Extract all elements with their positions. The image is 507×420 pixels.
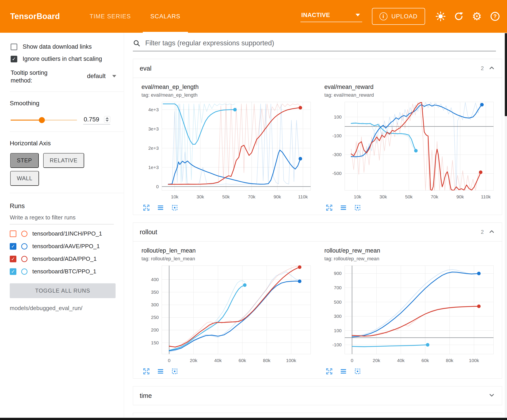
tooltip-sorting-row: Tooltip sorting method: default (11, 69, 116, 84)
run-checkbox[interactable] (10, 230, 16, 237)
run-row[interactable]: ✓tensorboard/ADA/PPO_1 (10, 255, 124, 262)
chart-plot[interactable]: 10k30k50k70k90k110k100-100-300-500 (324, 99, 497, 202)
stepper-up-icon[interactable] (106, 117, 109, 119)
run-row[interactable]: ✓tensorboard/BTC/PPO_1 (10, 268, 124, 275)
tab-scalars[interactable]: SCALARS (141, 0, 190, 33)
app-title: TensorBoard (10, 12, 60, 21)
svg-text:110k: 110k (481, 194, 491, 199)
fit-domain-icon[interactable] (171, 367, 179, 375)
slider-thumb[interactable] (39, 117, 45, 123)
section-time: time (133, 386, 502, 405)
svg-text:100: 100 (334, 328, 342, 333)
svg-text:50k: 50k (222, 194, 230, 199)
chevron-up-icon[interactable] (488, 228, 495, 236)
main-content: eval2eval/mean_ep_lengthtag: eval/mean_e… (124, 33, 505, 418)
vertical-scrollbar-thumb[interactable] (505, 33, 507, 116)
horizontal-scrollbar[interactable] (0, 418, 507, 420)
toggle-all-runs-button[interactable]: TOGGLE ALL RUNS (10, 283, 116, 298)
fit-domain-icon[interactable] (353, 367, 362, 375)
chevron-down-icon[interactable] (488, 392, 495, 400)
run-color-ring (21, 256, 28, 262)
chart-plot[interactable]: 020k40k60k80k100k-100100300500700900 (324, 263, 497, 365)
fit-domain-icon[interactable] (353, 204, 362, 212)
checkbox[interactable]: ✓ (11, 56, 17, 62)
help-icon[interactable]: ? (489, 11, 501, 22)
run-checkbox[interactable]: ✓ (10, 268, 16, 275)
svg-text:70k: 70k (431, 194, 438, 199)
chart-data-icon[interactable] (156, 367, 164, 375)
chart-data-icon[interactable] (156, 204, 164, 212)
settings-icon[interactable]: ⚙ (471, 11, 483, 22)
chart-data-icon[interactable] (339, 204, 347, 212)
settings-checkbox-row[interactable]: Show data download links (11, 43, 124, 50)
chart-card: rollout/ep_len_meantag: rollout/ep_len_m… (141, 247, 314, 375)
settings-sidebar: Show data download links✓Ignore outliers… (0, 33, 124, 418)
sidebar-checkboxes: Show data download links✓Ignore outliers… (10, 43, 124, 62)
settings-checkbox-row[interactable]: ✓Ignore outliers in chart scaling (11, 55, 124, 62)
run-checkbox[interactable]: ✓ (10, 243, 16, 250)
axis-relative-button[interactable]: RELATIVE (43, 153, 84, 168)
svg-text:30k: 30k (380, 194, 387, 199)
section-body: eval/mean_ep_lengthtag: eval/mean_ep_len… (133, 78, 502, 215)
status-dropdown[interactable]: INACTIVE (300, 11, 362, 22)
section-header-eval[interactable]: eval2 (133, 59, 502, 78)
run-row[interactable]: tensorboard/1INCH/PPO_1 (10, 230, 124, 237)
checkbox[interactable] (11, 44, 17, 50)
section-title: rollout (140, 228, 481, 236)
chart-plot[interactable]: 020k40k60k80k100k150200250300350400 (141, 263, 314, 365)
refresh-icon[interactable] (453, 11, 465, 22)
vertical-scrollbar[interactable] (505, 33, 507, 418)
chart-plot[interactable]: 10k30k50k70k90k110k01e+32e+33e+34e+3 (141, 99, 314, 202)
axis-wall-button[interactable]: WALL (10, 171, 39, 186)
expand-chart-icon[interactable] (325, 367, 333, 375)
svg-text:20k: 20k (373, 358, 380, 363)
tooltip-sorting-dropdown[interactable]: default (87, 73, 116, 81)
run-checkbox[interactable]: ✓ (10, 256, 16, 262)
section-header-rollout[interactable]: rollout2 (133, 223, 502, 241)
info-icon: i (380, 12, 387, 20)
runs-footer-path: models/debugged_eval_run/ (10, 305, 124, 312)
svg-text:30k: 30k (197, 194, 204, 199)
slider-fill (11, 120, 42, 121)
checkbox-label: Show data download links (23, 43, 92, 50)
svg-text:0: 0 (156, 184, 159, 189)
section-header-time[interactable]: time (133, 386, 502, 405)
svg-text:0: 0 (351, 358, 353, 363)
svg-text:100k: 100k (469, 358, 479, 363)
svg-text:300: 300 (151, 302, 159, 307)
tag-filter-input[interactable] (145, 39, 496, 47)
expand-chart-icon[interactable] (142, 204, 150, 212)
fit-domain-icon[interactable] (171, 204, 179, 212)
chart-title: eval/mean_reward (324, 84, 497, 90)
expand-chart-icon[interactable] (142, 367, 150, 375)
expand-chart-icon[interactable] (325, 204, 333, 212)
section-body: rollout/ep_len_meantag: rollout/ep_len_m… (133, 241, 502, 379)
runs-filter-input[interactable] (10, 211, 114, 225)
run-row[interactable]: ✓tensorboard/AAVE/PPO_1 (10, 243, 124, 250)
svg-text:4e+3: 4e+3 (148, 107, 159, 112)
svg-text:100: 100 (334, 114, 342, 119)
smoothing-value-box (83, 116, 110, 124)
section-title: eval (140, 65, 481, 72)
svg-text:100k: 100k (286, 358, 296, 363)
svg-text:150: 150 (151, 340, 159, 345)
smoothing-value-input[interactable] (83, 116, 103, 123)
svg-text:10k: 10k (354, 194, 361, 199)
run-label: tensorboard/AAVE/PPO_1 (32, 243, 100, 250)
svg-text:-500: -500 (332, 171, 342, 176)
number-stepper[interactable] (104, 116, 110, 123)
brightness-icon[interactable] (435, 11, 446, 22)
axis-step-button[interactable]: STEP (10, 153, 39, 168)
chart-actions (141, 367, 314, 375)
svg-text:350: 350 (151, 289, 159, 295)
stepper-down-icon[interactable] (106, 120, 109, 122)
chevron-up-icon[interactable] (488, 64, 495, 72)
run-color-ring (21, 231, 28, 237)
checkbox-label: Ignore outliers in chart scaling (23, 55, 102, 62)
smoothing-slider[interactable] (11, 120, 77, 121)
upload-button[interactable]: i UPLOAD (372, 8, 425, 25)
section-count: 2 (481, 229, 484, 235)
chart-data-icon[interactable] (339, 367, 347, 375)
tab-time-series[interactable]: TIME SERIES (80, 0, 141, 33)
search-icon (133, 39, 140, 47)
